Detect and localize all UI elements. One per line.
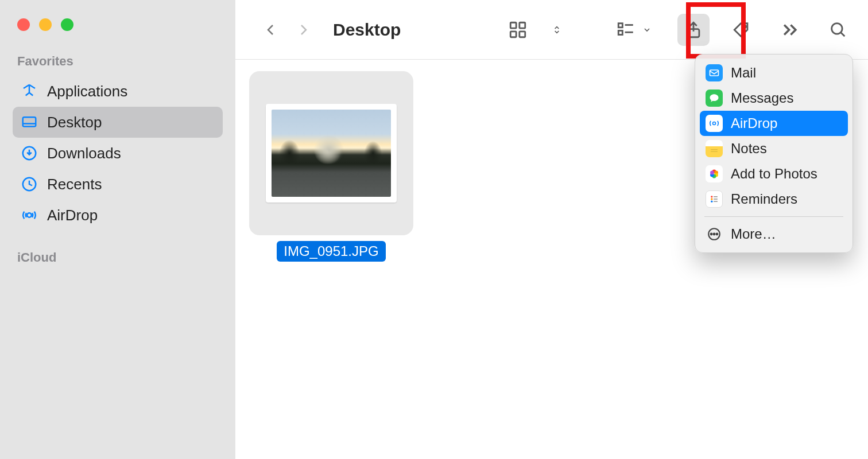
share-menu-item-airdrop[interactable]: AirDrop: [700, 111, 848, 136]
share-menu-item-messages[interactable]: Messages: [700, 85, 848, 111]
share-menu-item-more[interactable]: More…: [700, 221, 848, 247]
sidebar-section-favorites: Favorites: [17, 54, 223, 69]
window-controls: [13, 18, 223, 31]
photos-icon: [706, 165, 723, 182]
menu-separator: [704, 216, 843, 217]
svg-rect-17: [710, 70, 719, 76]
file-name-label[interactable]: IMG_0951.JPG: [277, 241, 385, 262]
menu-item-label: Reminders: [731, 191, 797, 207]
svg-rect-5: [510, 22, 516, 28]
downloads-icon: [21, 145, 38, 162]
zoom-window-button[interactable]: [61, 18, 73, 31]
mail-icon: [706, 64, 723, 81]
group-icon: [614, 14, 637, 46]
sidebar-item-label: Recents: [47, 176, 102, 193]
svg-line-16: [840, 32, 844, 36]
airdrop-icon: [21, 207, 38, 224]
notes-icon: [706, 140, 723, 157]
location-title: Desktop: [333, 20, 401, 40]
sidebar-item-airdrop[interactable]: AirDrop: [13, 200, 223, 231]
sidebar: Favorites Applications Desktop Downloads…: [0, 0, 235, 459]
minimize-window-button[interactable]: [39, 18, 52, 31]
sidebar-item-downloads[interactable]: Downloads: [13, 138, 223, 169]
view-icon-button[interactable]: [502, 14, 534, 46]
share-menu: Mail Messages AirDrop Notes Add to Photo…: [695, 54, 853, 253]
recents-icon: [21, 176, 38, 193]
file-thumbnail-frame: [249, 71, 413, 235]
close-window-button[interactable]: [17, 18, 30, 31]
file-thumbnail: [266, 104, 397, 203]
menu-item-label: Messages: [731, 90, 793, 106]
svg-rect-6: [520, 22, 525, 28]
airdrop-icon: [706, 115, 723, 132]
svg-point-35: [714, 234, 715, 235]
thumbnail-image: [272, 110, 391, 197]
svg-point-34: [711, 234, 712, 235]
sidebar-item-label: AirDrop: [47, 207, 98, 224]
menu-item-label: AirDrop: [731, 115, 777, 131]
svg-rect-10: [618, 30, 622, 34]
reminders-icon: [706, 190, 723, 208]
sidebar-item-recents[interactable]: Recents: [13, 169, 223, 200]
file-item[interactable]: IMG_0951.JPG: [249, 71, 413, 262]
menu-item-label: More…: [731, 226, 776, 242]
share-menu-item-photos[interactable]: Add to Photos: [700, 161, 848, 186]
svg-point-36: [716, 234, 718, 235]
back-button[interactable]: [263, 22, 279, 38]
menu-item-label: Notes: [731, 141, 767, 157]
svg-point-27: [711, 196, 712, 197]
applications-icon: [21, 83, 38, 100]
sidebar-item-applications[interactable]: Applications: [13, 76, 223, 107]
overflow-button[interactable]: [774, 14, 806, 46]
group-by-button[interactable]: [614, 14, 652, 46]
svg-point-26: [710, 171, 714, 175]
sidebar-item-desktop[interactable]: Desktop: [13, 107, 223, 138]
svg-rect-7: [510, 31, 516, 37]
svg-rect-8: [520, 31, 525, 37]
share-menu-item-reminders[interactable]: Reminders: [700, 186, 848, 212]
sidebar-item-label: Downloads: [47, 145, 121, 162]
svg-point-14: [744, 25, 746, 28]
sidebar-item-label: Desktop: [47, 114, 102, 131]
toolbar: Desktop: [235, 0, 868, 60]
view-switcher-menu[interactable]: [550, 14, 564, 46]
svg-point-29: [711, 201, 712, 203]
desktop-icon: [21, 114, 38, 131]
tags-button[interactable]: [726, 14, 758, 46]
menu-item-label: Mail: [731, 65, 756, 81]
chevron-down-icon: [642, 14, 652, 46]
finder-window: Favorites Applications Desktop Downloads…: [0, 0, 868, 459]
more-icon: [706, 225, 723, 243]
forward-button[interactable]: [295, 22, 311, 38]
search-button[interactable]: [822, 14, 854, 46]
share-button[interactable]: [677, 14, 710, 46]
sidebar-section-icloud: iCloud: [17, 250, 223, 265]
menu-item-label: Add to Photos: [731, 166, 817, 182]
svg-point-18: [713, 122, 716, 125]
sidebar-item-label: Applications: [47, 83, 127, 100]
svg-rect-0: [23, 117, 36, 126]
svg-rect-9: [618, 23, 622, 27]
messages-icon: [706, 90, 723, 107]
svg-point-4: [27, 213, 32, 217]
share-menu-item-notes[interactable]: Notes: [700, 136, 848, 161]
share-menu-item-mail[interactable]: Mail: [700, 60, 848, 85]
svg-point-28: [711, 198, 712, 200]
